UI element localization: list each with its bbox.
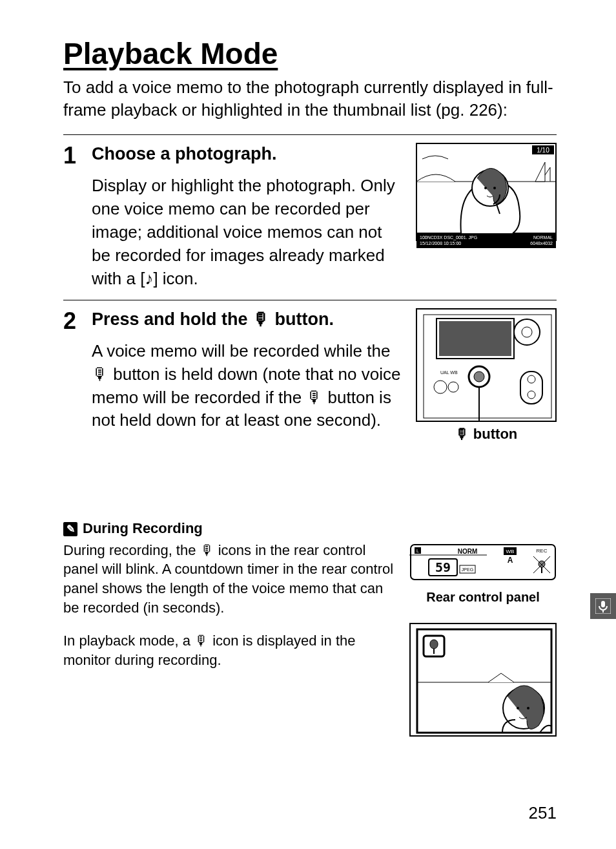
- svg-rect-15: [439, 321, 511, 356]
- step-2-text: A voice memo will be recorded while the …: [92, 340, 403, 433]
- note-paragraph-2: In playback mode, a 🎙 icon is displayed …: [63, 631, 394, 669]
- note-paragraph-1: During recording, the 🎙 icons in the rea…: [63, 541, 394, 618]
- page-number: 251: [529, 803, 557, 823]
- pencil-note-icon: ✎: [63, 522, 77, 536]
- mic-icon: 🎙: [200, 542, 214, 558]
- svg-point-17: [522, 327, 532, 337]
- svg-point-40: [539, 561, 545, 567]
- note-during-recording: ✎During Recording During recording, the …: [63, 520, 557, 737]
- mic-icon: 🎙: [194, 633, 209, 649]
- svg-point-19: [474, 372, 484, 382]
- divider: [63, 134, 557, 135]
- svg-point-5: [493, 187, 496, 189]
- step-1-figure: 1/10 100NCD3X DSC_0001. JPG 15/12/2008 1…: [416, 143, 557, 249]
- svg-text:L: L: [416, 549, 419, 553]
- svg-text:NORM: NORM: [458, 548, 478, 555]
- step-1-text: Display or highlight the photograph. Onl…: [92, 174, 403, 290]
- svg-point-52: [527, 707, 529, 709]
- step-2-figure: UAL WB 🎙 button: [416, 308, 557, 443]
- page-title: Playback Mode: [63, 36, 557, 71]
- step-2-number: 2: [63, 309, 92, 333]
- note-figures: L NORM WB A 59 JPEG REC: [409, 541, 557, 737]
- step-1-title: Choose a photograph.: [92, 143, 403, 165]
- step-2-caption: 🎙 button: [416, 426, 557, 443]
- music-note-icon: [♪]: [140, 269, 158, 288]
- svg-point-22: [448, 382, 458, 392]
- svg-text:REC: REC: [537, 548, 548, 554]
- step-1-number: 1: [63, 144, 92, 167]
- svg-text:WB: WB: [506, 549, 515, 554]
- svg-text:59: 59: [435, 560, 451, 575]
- svg-text:A: A: [508, 556, 513, 565]
- rear-panel-caption: Rear control panel: [409, 590, 557, 605]
- svg-point-21: [434, 381, 447, 393]
- svg-text:1/10: 1/10: [537, 147, 549, 154]
- svg-point-25: [528, 375, 535, 383]
- step-2-title: Press and hold the 🎙 button.: [92, 308, 403, 331]
- svg-rect-54: [601, 601, 605, 607]
- svg-text:JPEG: JPEG: [462, 567, 473, 572]
- svg-point-51: [517, 707, 519, 709]
- svg-text:15/12/2008  10:15:00: 15/12/2008 10:15:00: [420, 241, 461, 246]
- svg-text:NORMAL: NORMAL: [533, 235, 553, 240]
- svg-text:100NCD3X  DSC_0001. JPG: 100NCD3X DSC_0001. JPG: [420, 235, 477, 240]
- side-tab-mic-icon: [590, 593, 616, 619]
- mic-icon: 🎙: [92, 364, 108, 384]
- step-1: 1 Choose a photograph. Display or highli…: [63, 143, 557, 290]
- mic-icon: 🎙: [455, 426, 469, 442]
- note-title: During Recording: [83, 520, 203, 536]
- svg-text:6048x4032: 6048x4032: [530, 241, 553, 246]
- svg-point-4: [484, 187, 487, 189]
- svg-point-26: [528, 391, 535, 399]
- svg-rect-47: [430, 640, 438, 649]
- svg-text:UAL  WB: UAL WB: [440, 370, 458, 375]
- divider: [63, 300, 557, 300]
- mic-icon: 🎙: [252, 309, 270, 329]
- intro-text: To add a voice memo to the photograph cu…: [63, 76, 557, 121]
- mic-icon: 🎙: [306, 388, 323, 407]
- step-2: 2 Press and hold the 🎙 button. A voice m…: [63, 308, 557, 443]
